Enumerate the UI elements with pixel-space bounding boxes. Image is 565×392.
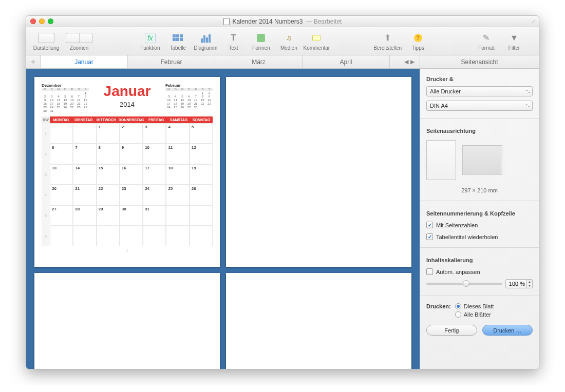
stepper-down-icon[interactable]: ▼ xyxy=(527,284,532,288)
paper-select[interactable]: DIN A4 xyxy=(426,101,533,111)
page-4[interactable] xyxy=(226,273,411,369)
page-number: 1 xyxy=(42,248,213,252)
orientation-portrait[interactable] xyxy=(426,140,456,180)
page-2[interactable] xyxy=(226,77,411,267)
shapes-button[interactable]: Formen xyxy=(248,32,274,51)
fx-icon: fx xyxy=(145,33,156,43)
scale-slider[interactable] xyxy=(426,283,502,285)
done-button[interactable]: Fertig xyxy=(426,325,477,336)
radio-all-sheets[interactable]: Alle Blätter xyxy=(455,311,494,318)
page-1[interactable]: Dezember MDMDFSS 12345678910111213141516… xyxy=(34,77,220,267)
shapes-icon xyxy=(257,34,265,42)
tab-nav: ◀ ▶ xyxy=(399,55,420,68)
inspector-panel: Drucker & Alle Drucker DIN A4 Seitenausr… xyxy=(420,69,539,369)
filter-icon: ▼ xyxy=(510,33,518,43)
orientation-landscape[interactable] xyxy=(462,145,502,175)
filter-button[interactable]: ▼ Filter xyxy=(501,32,528,51)
checkbox-icon xyxy=(426,233,433,240)
media-icon: ♫ xyxy=(286,34,292,42)
checkbox-icon xyxy=(426,222,433,228)
stepper-up-icon[interactable]: ▲ xyxy=(527,280,532,284)
tab-april[interactable]: April xyxy=(303,55,390,68)
document-icon xyxy=(223,18,230,25)
titlebar: Kalender 2014 Numbers3 — Bearbeitet ⤢ xyxy=(26,16,539,27)
text-button[interactable]: T Text xyxy=(220,32,247,51)
zoom-button[interactable]: Zoomen xyxy=(63,32,95,51)
tab-februar[interactable]: Februar xyxy=(128,55,215,68)
tab-next-icon[interactable]: ▶ xyxy=(410,58,415,65)
media-button[interactable]: ♫ Medien xyxy=(275,32,302,51)
fullscreen-icon[interactable]: ⤢ xyxy=(532,18,536,24)
add-sheet-button[interactable]: + xyxy=(26,55,41,68)
share-icon: ⬆ xyxy=(384,33,391,43)
window-title: Kalender 2014 Numbers3 — Bearbeitet xyxy=(26,18,539,25)
cal-header: KWMONTAGDIENSTAGMITTWOCHDONNERSTAGFREITA… xyxy=(42,116,213,123)
chart-button[interactable]: Diagramm xyxy=(192,32,219,51)
title-text: Kalender 2014 Numbers3 xyxy=(233,18,303,25)
radio-icon xyxy=(455,303,461,309)
cal-body: 1123452678910111231314151617181942021222… xyxy=(42,123,213,246)
main-calendar: KWMONTAGDIENSTAGMITTWOCHDONNERSTAGFREITA… xyxy=(42,116,213,246)
radio-icon xyxy=(455,311,461,318)
text-icon: T xyxy=(231,33,236,43)
share-button[interactable]: ⬆ Bereitstellen xyxy=(372,32,404,51)
table-button[interactable]: Tabelle xyxy=(164,32,191,51)
view-button[interactable]: Darstellung xyxy=(30,32,62,51)
print-canvas[interactable]: Dezember MDMDFSS 12345678910111213141516… xyxy=(26,69,420,369)
cb-repeat-titles-row[interactable]: Tabellentitel wiederholen xyxy=(426,233,533,240)
chart-icon xyxy=(201,33,211,43)
tab-prev-icon[interactable]: ◀ xyxy=(404,58,408,65)
radio-this-sheet[interactable]: Dieses Blatt xyxy=(455,303,494,309)
page-3[interactable] xyxy=(34,273,220,369)
scaling-title: Inhaltsskalierung xyxy=(426,257,533,263)
tips-icon: ? xyxy=(414,34,422,42)
mini-feb-body: 1234567891011121314151617181920212223242… xyxy=(165,91,213,109)
title-edited: — Bearbeitet xyxy=(306,18,342,25)
print-label: Drucken: xyxy=(426,303,451,309)
orientation-title: Seitenausrichtung xyxy=(426,128,533,134)
comment-icon xyxy=(312,35,321,41)
comment-button[interactable]: Kommentar xyxy=(303,32,330,51)
checkbox-icon xyxy=(426,268,433,275)
toolbar: Darstellung Zoomen fx Funktion Tabelle D… xyxy=(26,27,539,55)
cb-pagenumbers-row[interactable]: Mit Seitenzahlen xyxy=(426,222,533,228)
orientation-dimensions: 297 × 210 mm xyxy=(426,187,533,193)
inspector-title: Seitenansicht xyxy=(420,55,539,68)
scale-input[interactable] xyxy=(505,279,527,288)
mini-dec-body: 1234567891011121314151617181920212223242… xyxy=(42,91,89,112)
scale-stepper[interactable]: ▲▼ xyxy=(505,279,533,288)
format-button[interactable]: ✎ Format xyxy=(473,32,500,51)
tab-januar[interactable]: Januar xyxy=(41,55,128,68)
table-icon xyxy=(173,34,183,41)
numbering-title: Seitennummerierung & Kopfzeile xyxy=(426,210,533,217)
print-button[interactable]: Drucken … xyxy=(482,325,533,336)
view-icon xyxy=(38,33,54,43)
tab-maerz[interactable]: März xyxy=(215,55,303,68)
mini-prev-month: Dezember MDMDFSS 12345678910111213141516… xyxy=(42,83,89,112)
content-body: Dezember MDMDFSS 12345678910111213141516… xyxy=(26,69,539,369)
printer-section-title: Drucker & xyxy=(426,76,533,82)
cb-autofit-row[interactable]: Autom. anpassen xyxy=(426,268,533,275)
brush-icon: ✎ xyxy=(483,33,489,43)
sheet-tabstrip: + Januar Februar März April ◀ ▶ Seitenan… xyxy=(26,55,539,69)
tips-button[interactable]: ? Tipps xyxy=(405,32,431,51)
app-window: Kalender 2014 Numbers3 — Bearbeitet ⤢ Da… xyxy=(26,15,539,369)
function-button[interactable]: fx Funktion xyxy=(137,32,163,51)
mini-next-month: Februar MDMDFSS 123456789101112131415161… xyxy=(165,83,213,109)
printer-select[interactable]: Alle Drucker xyxy=(426,86,533,96)
zoom-segment-icon xyxy=(66,33,92,43)
calendar-title: Januar 2014 xyxy=(104,83,151,108)
